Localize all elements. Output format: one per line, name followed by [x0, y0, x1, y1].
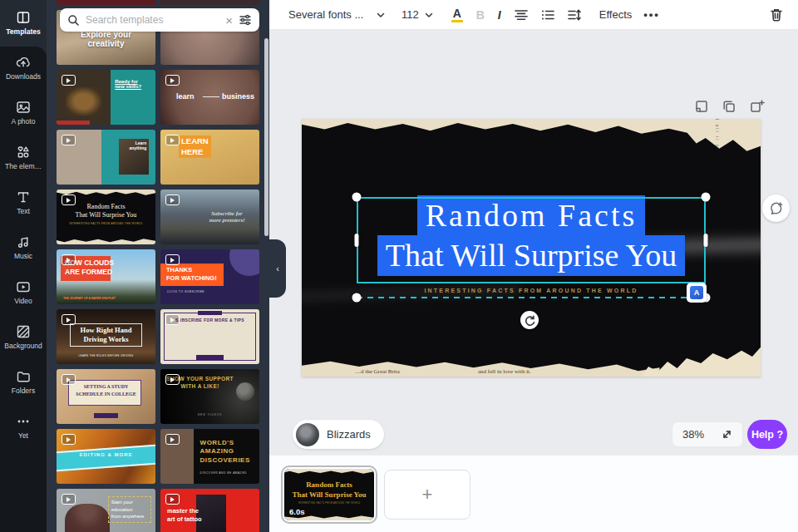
title-line-1: Random Facts — [357, 195, 706, 235]
template-thumbnail[interactable]: LEARN HERE — [160, 130, 259, 185]
newsprint-fragment: ed all it gu — [716, 119, 721, 152]
thumbnail-caption: LEARN HERE — [179, 135, 211, 158]
template-thumbnail[interactable]: WORLD'S AMAZING DISCOVERIESDISCOVER AND … — [160, 429, 259, 484]
play-badge-icon — [165, 374, 180, 385]
thumbnail-caption: THANKS FOR WATCHING! — [166, 266, 217, 283]
selection-handle-left[interactable] — [355, 234, 359, 247]
template-thumbnail[interactable]: master the art of tattoo — [160, 489, 259, 532]
translate-icon[interactable]: A — [687, 283, 707, 303]
collapse-panel-button[interactable]: ‹ — [269, 239, 286, 298]
selection-handle-top-left[interactable] — [352, 193, 362, 202]
play-badge-icon — [165, 494, 180, 505]
template-thumbnail[interactable] — [57, 0, 155, 5]
sidebar-item-templates[interactable]: Templates — [0, 0, 47, 45]
torn-paper-bottom-right — [641, 343, 761, 377]
add-comment-button[interactable] — [762, 195, 790, 222]
play-badge-icon — [165, 434, 180, 445]
panel-scrollbar[interactable] — [264, 38, 268, 236]
template-thumbnail[interactable]: How Right Hand Driving WorksLEARN THE RU… — [57, 309, 155, 364]
filter-icon[interactable] — [239, 13, 252, 27]
selection-handle-right[interactable] — [704, 234, 708, 247]
sidebar-item-elements[interactable]: The elem… — [0, 135, 47, 180]
help-button[interactable]: Help ? — [747, 420, 787, 449]
more-options-button[interactable]: ••• — [637, 5, 667, 24]
template-thumbnail[interactable] — [160, 0, 259, 5]
sidebar-item-video[interactable]: Video — [0, 269, 47, 314]
thumbnail-caption: How Right Hand Driving Works — [70, 323, 142, 347]
sidebar-item-background[interactable]: Background — [0, 314, 47, 359]
add-notes-icon[interactable] — [694, 99, 709, 114]
thumbnail-caption: Start your education from anywhere — [108, 496, 151, 523]
selection-handle-top-right[interactable] — [702, 193, 711, 202]
template-thumbnail[interactable]: HOW CLOUDS ARE FORMEDTHE JOURNEY OF A WA… — [57, 249, 155, 304]
search-input[interactable] — [86, 14, 219, 26]
search-bar: × — [60, 8, 259, 32]
effects-button[interactable]: Effects — [594, 5, 638, 24]
sidebar-item-downloads[interactable]: Downloads — [0, 45, 47, 90]
add-page-icon[interactable] — [749, 99, 765, 114]
sidebar-item-folders[interactable]: Folders — [0, 359, 47, 404]
delete-button[interactable] — [763, 4, 790, 25]
sidebar-item-music[interactable]: Music — [0, 224, 47, 269]
zoom-control[interactable]: 38% — [672, 421, 743, 447]
play-badge-icon — [62, 195, 76, 205]
document-name-pill[interactable]: Blizzards — [293, 420, 384, 449]
text-color-button[interactable]: A — [445, 6, 470, 24]
thumbnail-caption: Learn anything — [129, 140, 146, 150]
template-thumbnail[interactable]: Ready for new skills? — [57, 70, 155, 125]
thumbnail-caption: learn — [176, 92, 195, 101]
play-badge-icon — [165, 135, 180, 145]
bullet-list-button[interactable] — [534, 6, 561, 24]
italic-button[interactable]: I — [491, 5, 508, 25]
sidebar-item-label: Background — [4, 342, 42, 350]
template-thumbnail[interactable]: SETTING A STUDY SCHEDULE IN COLLEGE — [57, 369, 155, 424]
clear-search-icon[interactable]: × — [225, 14, 233, 27]
sidebar-item-more[interactable]: Yet — [0, 404, 47, 449]
template-thumbnail-selected-design[interactable]: Random Facts That Will Surprise YouINTER… — [57, 190, 155, 244]
sidebar-item-text[interactable]: Text — [0, 180, 47, 224]
template-thumbnail[interactable]: Start your education from anywhere — [57, 489, 155, 532]
video-icon — [15, 278, 32, 295]
thumbnail-caption: master the art of tattoo — [167, 507, 202, 525]
sidebar-item-label: Yet — [18, 432, 28, 440]
rotate-handle[interactable] — [520, 311, 539, 329]
template-thumbnail[interactable]: THANKS FOR WATCHING!CLICK TO SUBSCRIBE — [160, 249, 259, 304]
line-spacing-button[interactable] — [561, 6, 588, 24]
design-subtitle[interactable]: INTERESTING FACTS FROM AROUND THE WORLD — [357, 288, 706, 293]
font-family-selector[interactable]: Several fonts ... — [283, 5, 390, 24]
selection-handle-bottom-left[interactable] — [352, 293, 362, 303]
thumbnail-subcaption: CLICK TO SUBSCRIBE — [167, 290, 204, 293]
duplicate-page-icon[interactable] — [722, 99, 736, 114]
bold-button[interactable]: B — [470, 5, 491, 25]
avatar — [296, 423, 319, 446]
document-name: Blizzards — [327, 428, 371, 441]
timeline-bar: Random Facts That Will Surprise You INTE… — [269, 455, 798, 532]
fullscreen-expand-icon[interactable] — [722, 429, 732, 440]
font-family-value: Several fonts ... — [288, 8, 363, 21]
template-thumbnail[interactable]: EDITING & MORE — [57, 429, 155, 484]
music-icon — [15, 234, 32, 250]
thumbnail-subcaption: DISCOVER AND BE AMAZED — [200, 471, 247, 475]
template-thumbnail[interactable]: learnbusiness — [160, 70, 259, 125]
design-page[interactable]: ed all it gu …d the Great Brita and fell… — [302, 119, 761, 377]
newsprint-fragment: and fell in love with it. — [478, 368, 531, 375]
design-title-textbox[interactable]: Random Facts That Will Surprise You — [357, 195, 706, 276]
more-dots-icon — [15, 413, 32, 430]
text-align-button[interactable] — [508, 6, 534, 24]
sidebar-item-label: Music — [14, 253, 32, 260]
play-badge-icon — [165, 75, 180, 86]
page-actions — [694, 99, 765, 114]
template-thumbnail[interactable]: Learn anything — [57, 130, 155, 185]
thumbnail-caption: EDITING & MORE — [57, 452, 155, 457]
sidebar-item-photo[interactable]: A photo — [0, 90, 47, 135]
template-thumbnail[interactable]: SUBSCRIBE FOR MORE & TIPS — [160, 309, 259, 364]
template-thumbnail[interactable]: SHOW YOUR SUPPORT WITH A LIKE!NEW VIDEOS — [160, 369, 259, 424]
zoom-level: 38% — [682, 428, 704, 441]
template-thumbnail[interactable]: Subscribe for more premiers! — [160, 190, 259, 244]
templates-panel: Explore your creativity PURSUE YOUR VISI… — [47, 0, 269, 532]
add-page-button[interactable]: + — [384, 470, 470, 520]
page-thumbnail-1[interactable]: Random Facts That Will Surprise You INTE… — [283, 467, 376, 522]
play-badge-icon — [62, 434, 76, 445]
font-size-selector[interactable]: 112 — [397, 5, 438, 24]
thumbnail-subcaption: LEARN THE RULES BEFORE DRIVING — [57, 354, 155, 357]
